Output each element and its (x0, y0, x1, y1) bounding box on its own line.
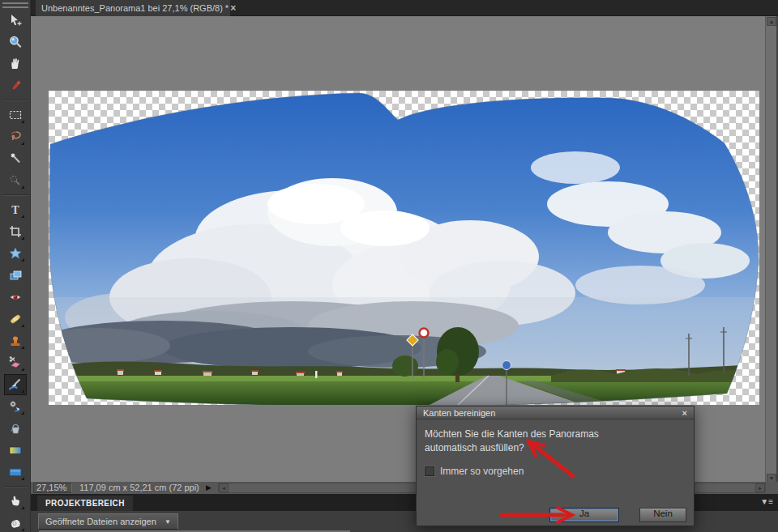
type-tool[interactable]: T (5, 200, 26, 219)
quick-selection-tool[interactable] (5, 171, 26, 190)
caret-down-icon: ▼ (165, 518, 171, 526)
clean-edges-dialog: Kanten bereinigen × Möchten Sie die Kant… (416, 406, 695, 526)
show-open-files-dropdown[interactable]: Geöffnete Dateien anzeigen ▼ (38, 513, 178, 530)
zoom-tool[interactable] (5, 32, 26, 52)
scroll-right-icon[interactable]: ► (755, 483, 765, 492)
status-flyout-icon[interactable]: ▶ (206, 483, 212, 492)
always-do-checkbox-row[interactable]: Immer so vorgehen (425, 466, 524, 477)
document-size-readout: 117,09 cm x 52,21 cm (72 ppi) (79, 483, 199, 493)
photoshop-elements-window: Unbenanntes_Panorama1 bei 27,1% (RGB/8) … (0, 0, 778, 532)
magic-wand-tool[interactable] (5, 149, 26, 168)
recompose-tool[interactable] (5, 266, 26, 285)
checkbox[interactable] (425, 466, 434, 476)
yes-button[interactable]: Ja (549, 508, 619, 522)
dialog-close-icon[interactable]: × (682, 408, 687, 418)
checkbox-label: Immer so vorgehen (440, 466, 524, 477)
panorama-image (49, 91, 759, 405)
pointing-hand-tool[interactable] (5, 492, 26, 511)
move-tool[interactable] (5, 11, 26, 30)
tool-divider (3, 486, 28, 487)
document-tab-bar: Unbenanntes_Panorama1 bei 27,1% (RGB/8) … (31, 0, 778, 16)
palette-grip-handle[interactable] (2, 2, 28, 8)
dropdown-label: Geöffnete Dateien anzeigen (45, 517, 156, 526)
dialog-title-bar[interactable]: Kanten bereinigen × (417, 406, 694, 419)
eraser-tool[interactable] (5, 353, 26, 372)
vertical-scrollbar[interactable]: ▲ ▼ (765, 16, 776, 483)
spot-healing-brush-tool[interactable] (5, 309, 26, 329)
panel-menu-icon[interactable]: ▼≡ (760, 497, 773, 506)
project-area-tab[interactable]: PROJEKTBEREICH (37, 496, 133, 511)
cookie-cutter-tool[interactable] (5, 244, 26, 263)
clone-stamp-tool[interactable] (5, 331, 26, 351)
hand-tool[interactable] (5, 54, 26, 74)
smart-brush-tool[interactable] (5, 397, 26, 416)
eyedropper-tool[interactable] (5, 76, 26, 96)
brush-tool[interactable] (5, 375, 26, 394)
rectangular-marquee-tool[interactable] (5, 105, 26, 125)
dialog-message: Möchten Sie die Kanten des Panoramas aut… (425, 428, 599, 455)
scroll-up-icon[interactable]: ▲ (767, 17, 776, 26)
document-tab[interactable]: Unbenanntes_Panorama1 bei 27,1% (RGB/8) … (36, 0, 230, 16)
dialog-title: Kanten bereinigen (423, 408, 495, 418)
color-swatch[interactable] (5, 462, 26, 482)
paint-bucket-tool[interactable] (5, 419, 26, 438)
tool-divider (3, 100, 28, 101)
zoom-level-field[interactable]: 27,15% (33, 483, 72, 493)
no-button[interactable]: Nein (639, 508, 686, 522)
red-eye-removal-tool[interactable] (5, 287, 26, 307)
grabbing-hand-tool[interactable] (5, 513, 26, 532)
tool-divider (3, 194, 28, 196)
tab-close-icon[interactable]: × (229, 3, 237, 13)
lasso-tool[interactable] (5, 127, 26, 147)
crop-tool[interactable] (5, 222, 26, 241)
scroll-left-icon[interactable]: ◄ (219, 483, 229, 492)
document-tab-title: Unbenanntes_Panorama1 bei 27,1% (RGB/8) … (41, 3, 229, 13)
gradient-tool[interactable] (5, 440, 26, 460)
tool-palette: T (0, 0, 31, 532)
svg-text:T: T (11, 204, 19, 216)
tool-list: T (0, 11, 30, 532)
